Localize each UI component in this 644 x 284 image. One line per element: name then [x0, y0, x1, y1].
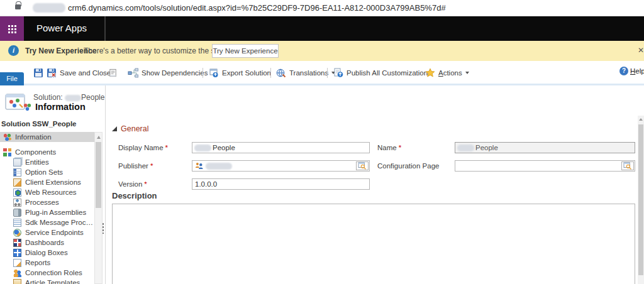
scroll-up-icon[interactable]: [97, 136, 101, 139]
client-extensions-icon: [13, 178, 21, 187]
configuration-page-label: Configuration Page: [377, 162, 439, 170]
general-section-header[interactable]: General: [112, 124, 148, 133]
waffle-icon: [8, 25, 16, 33]
export-solution-label: Export Solution: [222, 69, 271, 77]
url-text[interactable]: crm6.dynamics.com/tools/solution/edit.as…: [68, 3, 446, 13]
required-marker: *: [165, 144, 168, 151]
sidebar-scrollbar-thumb[interactable]: [96, 142, 101, 208]
configuration-page-lookup-button[interactable]: [621, 161, 634, 170]
redacted-publisher-value: [206, 163, 232, 170]
sidebar-item-connection-roles[interactable]: Connection Roles: [0, 268, 94, 278]
redacted-solution-prefix: [65, 95, 81, 101]
reports-icon: [13, 259, 21, 267]
solution-form: General Display Name* People Name* Peopl…: [106, 85, 644, 284]
actions-button[interactable]: Actions: [425, 67, 469, 79]
sidebar-item-client-extensions[interactable]: Client Extensions: [0, 177, 94, 187]
sidebar-item-option-sets[interactable]: Option Sets: [0, 167, 94, 177]
info-icon: i: [8, 45, 19, 56]
configuration-page-lookup-field[interactable]: [455, 160, 635, 172]
form-scrollbar-thumb[interactable]: [638, 124, 643, 275]
app-launcher-button[interactable]: [0, 16, 24, 41]
save-button[interactable]: [33, 67, 43, 79]
redacted-name-prefix: [457, 145, 474, 151]
sidebar-item-information[interactable]: Information: [0, 132, 94, 142]
lookup-icon: [623, 162, 632, 170]
redacted-org-name: [33, 3, 65, 13]
save-as-icon: [108, 68, 118, 78]
sidebar-scrollbar[interactable]: [94, 132, 103, 284]
panel-splitter-handle[interactable]: [102, 222, 104, 234]
save-as-button[interactable]: [108, 67, 118, 79]
page-title: Information: [35, 102, 86, 112]
solution-editor-window: crm6.dynamics.com/tools/solution/edit.as…: [0, 0, 644, 284]
sidebar-item-article-templates[interactable]: Article Templates: [0, 278, 94, 284]
publish-label: Publish All Customizations: [347, 69, 431, 77]
lookup-icon: [358, 162, 367, 170]
required-marker: *: [144, 180, 147, 188]
show-dependencies-label: Show Dependencies: [142, 69, 208, 77]
sdk-message-icon: [13, 219, 21, 227]
solution-sidebar: Solution: People Information Solution SS…: [0, 85, 106, 284]
toolbar-separator: [203, 68, 203, 78]
save-and-close-icon: [47, 68, 57, 78]
version-label: Version*: [118, 180, 147, 188]
toolbar-separator: [327, 68, 328, 78]
version-field[interactable]: [192, 178, 370, 190]
connection-roles-icon: [13, 269, 21, 277]
try-new-experience-button[interactable]: Try New Experience: [212, 44, 279, 58]
sidebar-item-reports[interactable]: Reports: [0, 258, 94, 268]
description-field[interactable]: [112, 204, 635, 284]
display-name-field[interactable]: People: [192, 142, 370, 153]
help-icon: ?: [619, 67, 628, 75]
sidebar-item-entities[interactable]: Entities: [0, 157, 94, 167]
required-marker: *: [399, 144, 401, 151]
save-and-close-button[interactable]: Save and Close: [47, 67, 111, 79]
export-solution-button[interactable]: Export Solution: [209, 67, 271, 79]
redacted-display-name-prefix: [194, 145, 211, 151]
information-icon: [3, 133, 11, 141]
dialog-boxes-icon: [13, 249, 21, 257]
sidebar-item-components[interactable]: Components: [0, 147, 94, 157]
banner-close-icon[interactable]: ✕: [638, 46, 644, 55]
sidebar-item-service-endpoints[interactable]: Service Endpoints: [0, 227, 94, 238]
name-value: People: [475, 144, 498, 151]
lock-icon: [15, 4, 21, 9]
sidebar-item-processes[interactable]: Processes: [0, 197, 94, 207]
sidebar-item-dialog-boxes[interactable]: Dialog Boxes: [0, 248, 94, 258]
show-dependencies-button[interactable]: Show Dependencies: [128, 67, 208, 79]
file-tab[interactable]: File: [0, 72, 24, 85]
power-apps-header: Power Apps: [0, 16, 644, 41]
description-label: Description: [112, 191, 157, 200]
help-button[interactable]: ? Help: [619, 67, 644, 75]
option-sets-icon: [13, 168, 21, 177]
app-title: Power Apps: [36, 23, 87, 33]
scroll-up-icon[interactable]: [639, 118, 643, 121]
sidebar-item-sdk-message-processing[interactable]: Sdk Message Processin...: [0, 217, 94, 227]
solution-caption: Solution: People: [33, 93, 104, 102]
dashboards-icon: [13, 239, 21, 247]
sidebar-item-dashboards[interactable]: Dashboards: [0, 238, 94, 248]
toolbar-separator: [270, 68, 271, 78]
service-endpoints-icon: [13, 229, 21, 237]
sidebar-item-plugin-assemblies[interactable]: Plug-in Assemblies: [0, 207, 94, 217]
publisher-lookup-button[interactable]: [356, 161, 369, 170]
help-label: Help: [630, 67, 644, 75]
article-templates-icon: [13, 279, 21, 284]
solution-component-tree: Information Components Entities Option S…: [0, 132, 94, 284]
publisher-lookup-field[interactable]: [192, 160, 370, 172]
display-name-value: People: [213, 144, 235, 151]
display-name-label: Display Name*: [118, 144, 168, 151]
save-and-close-label: Save and Close: [60, 69, 111, 77]
sidebar-item-web-resources[interactable]: Web Resources: [0, 187, 94, 197]
components-icon: [3, 148, 11, 156]
publish-all-customizations-button[interactable]: Publish All Customizations: [333, 67, 431, 79]
entities-icon: [13, 158, 21, 167]
publisher-label: Publisher*: [118, 162, 153, 170]
browser-address-bar[interactable]: crm6.dynamics.com/tools/solution/edit.as…: [0, 0, 644, 16]
publisher-people-icon: [194, 161, 204, 170]
form-scrollbar[interactable]: [638, 116, 644, 284]
collapse-section-icon[interactable]: [112, 126, 117, 131]
processes-icon: [13, 199, 21, 207]
name-label: Name*: [377, 144, 401, 151]
show-dependencies-icon: [128, 68, 138, 78]
